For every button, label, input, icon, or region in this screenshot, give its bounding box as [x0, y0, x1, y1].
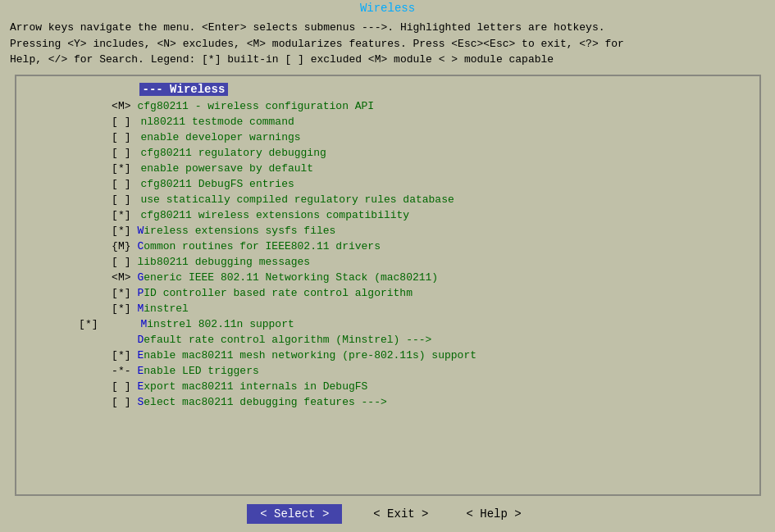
bracket-1: [ ] [16, 115, 138, 130]
help-line1: Arrow keys navigate the menu. <Enter> se… [10, 20, 765, 36]
menu-panel: --- Wireless <M>cfg80211 - wireless conf… [15, 75, 761, 497]
item-text-12: PID controller based rate control algori… [138, 286, 759, 301]
bracket-6: [ ] [16, 193, 138, 207]
menu-item-17[interactable]: -*-Enable LED triggers [16, 364, 759, 380]
bracket-12: [*] [16, 286, 138, 301]
menu-item-8[interactable]: [*]Wireless extensions sysfs files [16, 224, 759, 239]
menu-item-11[interactable]: <M>Generic IEEE 802.11 Networking Stack … [16, 271, 759, 286]
bracket-7: [*] [16, 208, 138, 223]
help-text: Arrow keys navigate the menu. <Enter> se… [0, 16, 775, 71]
item-text-19: Select mac80211 debugging features ---> [138, 395, 759, 410]
menu-item-14[interactable]: [*]Minstrel 802.11n support [16, 317, 759, 333]
menu-item-5[interactable]: [ ]cfg80211 DebugFS entries [16, 177, 759, 193]
bracket-19: [ ] [16, 395, 138, 410]
item-text-1: nl80211 testmode command [138, 115, 759, 130]
item-text-5: cfg80211 DebugFS entries [138, 177, 759, 192]
item-text-13: Minstrel [138, 302, 759, 316]
bracket-16: [*] [16, 348, 138, 363]
bracket-10: [ ] [16, 255, 138, 270]
exit-button[interactable]: < Exit > [367, 504, 435, 524]
menu-item-12[interactable]: [*]PID controller based rate control alg… [16, 286, 759, 302]
item-text-16: Enable mac80211 mesh networking (pre-802… [138, 348, 759, 363]
menu-item-15[interactable]: Default rate control algorithm (Minstrel… [16, 333, 759, 348]
item-text-6: use statically compiled regulatory rules… [138, 193, 759, 207]
item-text-15: Default rate control algorithm (Minstrel… [138, 333, 759, 348]
item-text-3: cfg80211 regulatory debugging [138, 146, 759, 161]
item-text-14: Minstrel 802.11n support [138, 317, 759, 332]
bracket-8: [*] [16, 224, 138, 239]
menu-item-10[interactable]: [ ]lib80211 debugging messages [16, 255, 759, 271]
menu-item-18[interactable]: [ ]Export mac80211 internals in DebugFS [16, 380, 759, 395]
item-text-0: cfg80211 - wireless configuration API [138, 99, 759, 114]
bracket-2: [ ] [16, 130, 138, 145]
window-title: Wireless [360, 2, 415, 15]
menu-item-0[interactable]: <M>cfg80211 - wireless configuration API [16, 99, 759, 115]
bracket-13: [*] [16, 302, 138, 316]
bracket-18: [ ] [16, 380, 138, 394]
bracket-17: -*- [16, 364, 138, 379]
menu-item-19[interactable]: [ ]Select mac80211 debugging features --… [16, 395, 759, 411]
bracket-4: [*] [16, 161, 138, 176]
item-text-17: Enable LED triggers [138, 364, 759, 379]
bracket-5: [ ] [16, 177, 138, 192]
item-text-4: enable powersave by default [138, 161, 759, 176]
menu-item-6[interactable]: [ ]use statically compiled regulatory ru… [16, 193, 759, 208]
item-text-11: Generic IEEE 802.11 Networking Stack (ma… [138, 271, 759, 285]
menu-item-9[interactable]: {M}Common routines for IEEE802.11 driver… [16, 239, 759, 255]
select-button[interactable]: < Select > [247, 504, 342, 524]
item-text-2: enable developer warnings [138, 130, 759, 145]
menu-rows: <M>cfg80211 - wireless configuration API… [16, 99, 759, 411]
bracket-0: <M> [16, 99, 138, 114]
bracket-11: <M> [16, 271, 138, 285]
menu-item-2[interactable]: [ ]enable developer warnings [16, 130, 759, 146]
item-text-8: Wireless extensions sysfs files [138, 224, 759, 239]
menu-header: --- Wireless [16, 83, 759, 99]
help-button[interactable]: < Help > [460, 504, 528, 524]
bottom-buttons: < Select > < Exit > < Help > [0, 498, 775, 532]
menu-content: --- Wireless <M>cfg80211 - wireless conf… [16, 76, 759, 495]
menu-item-13[interactable]: [*]Minstrel [16, 302, 759, 317]
menu-item-3[interactable]: [ ]cfg80211 regulatory debugging [16, 146, 759, 161]
item-text-10: lib80211 debugging messages [138, 255, 759, 270]
title-bar: Wireless [0, 0, 775, 16]
help-line3: Help, </> for Search. Legend: [*] built-… [10, 52, 765, 68]
menu-item-1[interactable]: [ ]nl80211 testmode command [16, 115, 759, 130]
help-line2: Pressing <Y> includes, <N> excludes, <M>… [10, 36, 765, 52]
item-text-7: cfg80211 wireless extensions compatibili… [138, 208, 759, 223]
bracket-14: [*] [16, 317, 138, 332]
menu-item-16[interactable]: [*]Enable mac80211 mesh networking (pre-… [16, 348, 759, 364]
item-text-18: Export mac80211 internals in DebugFS [138, 380, 759, 394]
item-text-9: Common routines for IEEE802.11 drivers [138, 239, 759, 254]
bracket-9: {M} [16, 239, 138, 254]
menu-item-4[interactable]: [*]enable powersave by default [16, 161, 759, 177]
menu-title: --- Wireless [139, 83, 229, 96]
menu-item-7[interactable]: [*]cfg80211 wireless extensions compatib… [16, 208, 759, 224]
bracket-3: [ ] [16, 146, 138, 161]
